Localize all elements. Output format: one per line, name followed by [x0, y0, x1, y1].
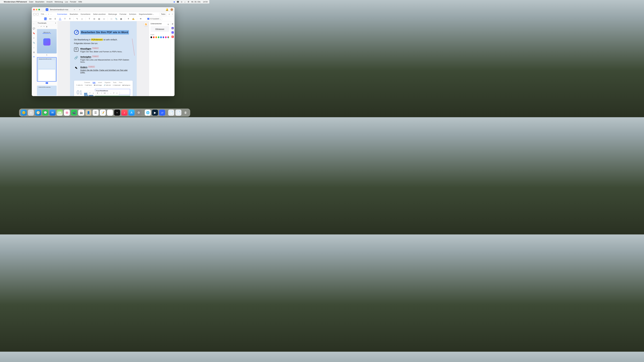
thumb-rotate-right-icon[interactable]: ↷: [43, 26, 44, 27]
tab-bearbeiten[interactable]: Bearbeiten: [70, 12, 78, 16]
text-strike-icon[interactable]: T: [68, 17, 71, 20]
status-a-icon[interactable]: A: [177, 1, 179, 2]
dock-finder-icon[interactable]: 😊: [21, 110, 27, 116]
text-note-icon[interactable]: T: [88, 17, 91, 20]
highlight-tool-icon[interactable]: [49, 17, 52, 20]
note-tool-icon[interactable]: ▤: [98, 17, 100, 20]
sign-tool-icon[interactable]: ✍: [132, 17, 135, 20]
user-avatar[interactable]: [170, 8, 173, 11]
window-zoom-button[interactable]: [38, 9, 40, 10]
color-swatch-3[interactable]: [158, 36, 160, 38]
dock-mail-icon[interactable]: ✉: [50, 110, 56, 116]
right-icon-ai[interactable]: 🤖: [172, 27, 174, 29]
callout-tool-icon[interactable]: ⊟: [93, 17, 96, 20]
share-button[interactable]: Teilen: [160, 13, 167, 16]
shape-tool-icon[interactable]: □: [110, 17, 113, 20]
annotation-funktion3[interactable]: Funktion3: [88, 66, 95, 67]
panel-collapse-icon[interactable]: ›: [173, 52, 174, 54]
prop-settings-icon[interactable]: ⚙: [168, 23, 169, 25]
zoom-in-button[interactable]: +: [48, 13, 49, 15]
dock-contacts-icon[interactable]: 👤: [86, 110, 92, 116]
color-swatch-5[interactable]: [162, 36, 164, 38]
dock-filmora-icon[interactable]: ▶: [152, 110, 158, 116]
tab-werkzeuge[interactable]: Werkzeuge: [108, 12, 117, 16]
menu-los[interactable]: Los: [65, 1, 68, 3]
color-picker-icon[interactable]: [168, 36, 169, 38]
dock-launchpad-icon[interactable]: ⊞: [28, 110, 34, 116]
search-nav-icon[interactable]: ⌕: [33, 46, 34, 48]
color-swatch-0[interactable]: [150, 36, 152, 38]
translate-badge-icon[interactable]: 🔁: [144, 23, 148, 26]
color-swatch-1[interactable]: [153, 36, 154, 38]
notifications-icon[interactable]: 🔔: [166, 8, 168, 11]
color-swatch-4[interactable]: [160, 36, 162, 38]
menu-fenster[interactable]: Fenster: [70, 1, 76, 3]
zoom-value[interactable]: 71%: [41, 13, 44, 15]
nav-down-icon[interactable]: ↓: [110, 92, 111, 94]
strikethrough-tool-icon[interactable]: [54, 17, 56, 20]
attach-tool-icon[interactable]: 📎: [115, 17, 118, 20]
eye-tool-icon[interactable]: 👁: [140, 17, 142, 20]
document-canvas[interactable]: 🔁 Bearbeiten Sie Ihre PDF wie in Word Di…: [58, 21, 149, 96]
zoom-out-button[interactable]: −: [50, 13, 52, 15]
page-number-input[interactable]: [96, 92, 99, 94]
dock-chrome-icon[interactable]: 🌐: [145, 110, 151, 116]
control-center-icon[interactable]: ⚙: [188, 1, 189, 3]
dock-maps-icon[interactable]: 🗺: [57, 110, 63, 116]
marker-tool-icon[interactable]: ✎: [76, 17, 78, 20]
spotlight-icon[interactable]: ⌕: [184, 1, 186, 3]
nav-close-icon[interactable]: ×: [116, 92, 117, 94]
dock-calendar-icon[interactable]: OKT30: [78, 110, 84, 116]
dock-photos-icon[interactable]: 🌸: [64, 110, 70, 116]
thumbnails-close-button[interactable]: ×: [55, 22, 56, 24]
measure-tool-icon[interactable]: ▦: [120, 17, 122, 20]
menu-ansicht[interactable]: Ansicht: [46, 1, 52, 3]
upload-icon[interactable]: ⇪: [172, 13, 173, 15]
grid-view-icon[interactable]: [36, 13, 39, 15]
thumbnail-page-1[interactable]: Willkommen bei PDFelement 11 1: [37, 29, 57, 56]
dock-trash-icon[interactable]: 🗑: [182, 110, 188, 116]
window-minimize-button[interactable]: [36, 9, 38, 10]
tab-formular[interactable]: Formular: [120, 12, 126, 16]
tab-schuetzen[interactable]: Schützen: [129, 12, 136, 16]
wifi-icon[interactable]: ⊙: [181, 1, 182, 3]
share-network-icon[interactable]: ⋔: [168, 13, 170, 15]
dock-freeform-icon[interactable]: 〰: [107, 110, 113, 116]
dock-doc2-icon[interactable]: 📄: [176, 110, 182, 116]
sidebar-toggle-icon[interactable]: [33, 13, 36, 15]
menu-datei[interactable]: Datei: [29, 1, 33, 3]
nav-last-icon[interactable]: ⤓: [92, 92, 94, 94]
dock-pdfelement-icon[interactable]: ▱: [159, 110, 165, 116]
thumb-delete-icon[interactable]: 🗑: [46, 26, 48, 27]
nav-up-icon[interactable]: ↑: [108, 92, 108, 94]
right-icon-1[interactable]: ⚙: [172, 23, 174, 25]
tab-close-button[interactable]: ×: [74, 8, 75, 11]
dock-notes-icon[interactable]: 📝: [100, 110, 106, 116]
tab-konvertieren[interactable]: Konvertieren: [81, 12, 90, 16]
dock-doc1-icon[interactable]: 📄: [168, 110, 174, 116]
attachments-nav-icon[interactable]: 📎: [33, 42, 35, 44]
document-tab[interactable]: Benutzerhandbuch-mac ×: [48, 8, 77, 11]
dock-settings-icon[interactable]: ⚙: [136, 110, 142, 116]
stamp2-tool-icon[interactable]: ⚘: [127, 17, 130, 20]
stamp-tool-icon[interactable]: ▭: [103, 17, 105, 20]
annotation-funktion2[interactable]: Funktion2: [92, 56, 98, 57]
ai-assistant-button[interactable]: AI AI Assistent ⌵: [146, 17, 162, 20]
ai-nav-icon[interactable]: AI: [33, 56, 35, 58]
right-icon-translate[interactable]: A: [172, 36, 174, 38]
eraser-tool-icon[interactable]: ◇: [81, 17, 84, 20]
tab-stapelverarbeiten[interactable]: Stapelverarbeiten ⌵: [139, 12, 154, 16]
nav-undo-icon[interactable]: ↶: [113, 92, 114, 94]
textbox-tool-icon[interactable]: Aa: [44, 17, 47, 20]
thumbnails-nav-icon[interactable]: ▫: [34, 23, 34, 25]
menu-hilfe[interactable]: Hilfe: [78, 1, 82, 3]
menubar-app-title[interactable]: Wondershare PDFelement: [4, 1, 27, 3]
thumbnail-page-2[interactable]: ✓ Bearbeiten Sie Ihre PDF wie in Word 2: [37, 57, 57, 84]
menubar-time[interactable]: 14:54: [203, 1, 208, 3]
color-swatch-6[interactable]: [165, 36, 166, 38]
status-diamond-icon[interactable]: ◆: [174, 1, 175, 3]
thumbnail-page-3[interactable]: ✓ Erstellen Sie PDFs aus jeder Datei: [37, 86, 57, 96]
dock-safari-icon[interactable]: 🧭: [35, 110, 41, 116]
layers-nav-icon[interactable]: ≡: [33, 37, 34, 39]
comments-nav-icon[interactable]: 💬: [33, 27, 35, 29]
